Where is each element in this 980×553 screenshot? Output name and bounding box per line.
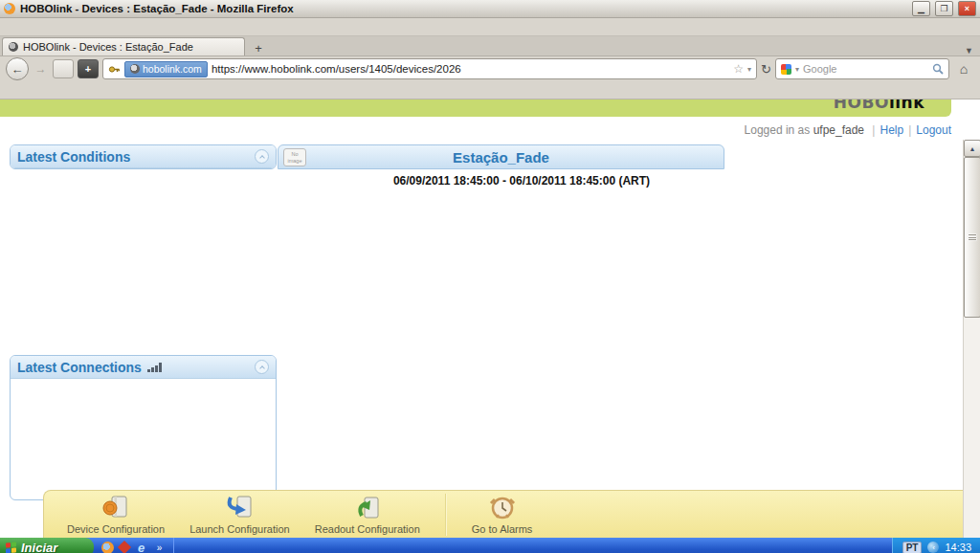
download-button[interactable]: + [78,59,99,78]
language-indicator[interactable]: PT [902,542,923,553]
browser-tab[interactable]: HOBOlink - Devices : Estação_Fade [2,37,245,55]
home-button[interactable]: ⌂ [953,59,974,78]
alarm-clock-icon [489,495,516,522]
panel-title: Latest Conditions [17,149,130,165]
chart-panel-header: No image Estação_Fade [278,144,724,169]
new-tab-button[interactable]: + [248,40,269,55]
login-username: ufpe_fade [813,123,864,137]
scrollbar-thumb[interactable] [964,157,980,318]
collapse-panel-icon[interactable] [255,360,269,374]
tray-status-icon[interactable]: ‹ [927,542,939,553]
device-configuration-button[interactable]: Device Configuration [67,495,165,535]
window-titlebar: HOBOlink - Devices : Estação_Fade - Mozi… [0,0,980,18]
search-box[interactable]: ▾ Google [775,58,949,79]
device-chart-panel: No image Estação_Fade 06/09/2011 18:45:0… [278,144,724,188]
window-title: HOBOlink - Devices : Estação_Fade - Mozi… [20,3,907,14]
quicklaunch-overflow-icon[interactable]: » [153,542,166,553]
firefox-icon [4,3,15,14]
launch-configuration-button[interactable]: Launch Configuration [189,495,290,535]
site-identity-chip[interactable]: hobolink.com [124,61,208,77]
site-tabs: Logged in as ufpe_fade |Help|Logout [0,117,980,140]
task-buttons [174,538,892,553]
readout-configuration-button[interactable]: Readout Configuration [315,495,420,535]
search-engine-dropdown-icon[interactable]: ▾ [795,65,799,74]
divider: | [872,123,875,137]
quick-launch: e » [94,538,174,553]
minimize-button[interactable]: ▁ [912,1,930,16]
site-domain: hobolink.com [143,63,202,75]
address-bar[interactable]: hobolink.com https://www.hobolink.com/us… [102,58,757,79]
page-scrollbar[interactable]: ▲ ▼ [963,140,980,538]
readout-configuration-icon [353,495,382,522]
back-button[interactable]: ← [6,57,29,80]
go-to-alarms-button[interactable]: Go to Alarms [472,495,533,535]
clock: 14:33 [945,542,971,553]
latest-connections-header: Latest Connections [11,356,276,379]
google-icon [781,64,791,75]
dropdown-arrow-icon[interactable]: ▾ [747,65,751,74]
latest-conditions-header: Latest Conditions [11,145,276,168]
windows-taskbar: Iniciar e » PT ‹ 14:33 [0,538,980,553]
help-link[interactable]: Help [880,123,903,137]
restore-button[interactable]: ❐ [935,1,953,16]
logout-link[interactable]: Logout [916,123,951,137]
system-tray: PT ‹ 14:33 [892,538,980,553]
forward-button[interactable]: → [33,61,49,77]
charts-area: 06/09/2011 18:45:00 - 06/10/2011 18:45:0… [278,171,724,188]
bookmark-star-icon[interactable]: ☆ [733,62,744,76]
navigation-toolbar: ← → + hobolink.com https://www.hobolink.… [0,56,980,81]
start-label: Iniciar [21,541,57,553]
launch-configuration-icon [225,495,254,522]
tab-favicon-icon [9,42,18,52]
latest-conditions-panel: Latest Conditions [10,144,277,169]
bookmark-widget-button[interactable] [53,59,74,78]
chart-date-range: 06/09/2011 18:45:00 - 06/10/2011 18:45:0… [331,174,712,188]
tab-title: HOBOlink - Devices : Estação_Fade [23,41,193,53]
device-configuration-icon [101,495,130,522]
list-all-tabs-icon[interactable]: ▼ [960,46,978,55]
login-line: Logged in as ufpe_fade |Help|Logout [745,123,951,137]
url-text[interactable]: https://www.hobolink.com/users/1405/devi… [212,63,729,75]
search-placeholder: Google [803,63,928,75]
hobolink-logo: HOBOlink [834,100,924,112]
close-button[interactable]: × [958,1,976,16]
site-header-band: HOBOlink [0,100,951,117]
action-bar-divider [445,494,447,536]
collapse-panel-icon[interactable] [255,149,269,164]
internet-explorer-icon[interactable]: e [135,542,147,553]
signal-bars-icon [147,363,162,372]
no-image-placeholder: No image [283,148,306,166]
reload-button[interactable]: ↻ [761,62,771,77]
action-label: Launch Configuration [189,523,290,535]
login-prefix: Logged in as [745,123,811,137]
page-content: HOBOlink Logged in as ufpe_fade |Help|Lo… [0,100,980,538]
action-label: Device Configuration [67,523,165,535]
browser-tabstrip: HOBOlink - Devices : Estação_Fade + ▼ [0,36,980,56]
scroll-up-icon[interactable]: ▲ [964,140,980,157]
windows-logo-icon [6,542,16,553]
panel-title: Latest Connections [17,360,142,375]
latest-connections-panel: Latest Connections [10,355,277,500]
firefox-quicklaunch-icon[interactable] [101,542,114,553]
site-favicon-icon [130,64,140,74]
start-button[interactable]: Iniciar [0,538,94,553]
action-label: Go to Alarms [472,523,533,535]
main-content: Latest Conditions Latest Connections No … [0,140,980,538]
divider: | [908,123,911,137]
app-quicklaunch-icon[interactable] [118,541,131,553]
key-icon [108,63,121,76]
action-label: Readout Configuration [315,523,420,535]
action-bar: Device Configuration Launch Configuratio… [43,490,970,538]
device-name: Estação_Fade [453,149,549,166]
screen: { "window": {"title": "HOBOlink - Device… [0,0,980,553]
search-icon[interactable] [932,63,944,75]
bookmarks-toolbar [0,81,980,100]
menu-bar [0,18,980,36]
